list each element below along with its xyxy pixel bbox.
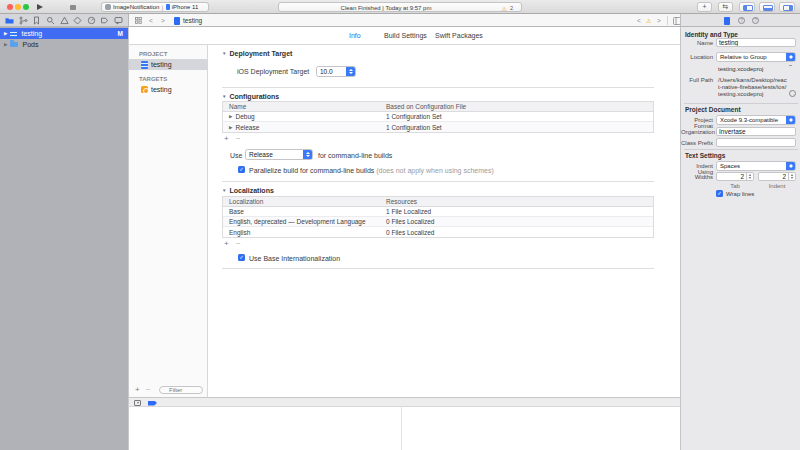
organization-field[interactable] [716, 127, 796, 136]
folder-icon [10, 42, 18, 48]
toggle-inspectors-button[interactable] [779, 2, 795, 12]
file-inspector-icon[interactable] [724, 17, 730, 25]
tab-width-stepper[interactable]: 2 [716, 172, 754, 181]
class-prefix-field[interactable] [716, 138, 796, 147]
history-inspector-icon[interactable]: ? [738, 17, 745, 24]
project-editor-header: Info Build Settings Swift Packages [128, 27, 680, 45]
previous-issue-button[interactable]: < [637, 17, 641, 24]
toggle-debug-area-button[interactable] [759, 2, 775, 12]
close-window-button[interactable] [7, 4, 13, 10]
widths-label: Widths [681, 174, 713, 180]
localizations-section-header[interactable]: ▼Localizations [222, 187, 274, 194]
quick-help-inspector-icon[interactable]: ? [752, 17, 759, 24]
project-format-popup[interactable]: Xcode 9.3-compatible [716, 115, 796, 125]
base-internationalization-checkbox[interactable]: ✓ [238, 254, 245, 261]
configurations-section-header[interactable]: ▼Configurations [222, 93, 279, 100]
remove-configuration-button[interactable]: − [236, 135, 241, 143]
minimize-window-button[interactable] [15, 4, 21, 10]
symbol-navigator-icon[interactable] [32, 16, 41, 25]
indent-using-popup[interactable]: Spaces [716, 161, 796, 171]
project-item-label: testing [151, 61, 172, 68]
stop-button[interactable] [70, 5, 76, 11]
table-row[interactable]: English, deprecated — Development Langua… [223, 217, 653, 227]
add-localization-button[interactable]: + [224, 240, 229, 248]
navigator-row-pods[interactable]: ▶ Pods [0, 39, 128, 50]
disclosure-open-icon[interactable]: ▼ [222, 188, 226, 193]
toggle-navigator-button[interactable] [739, 2, 755, 12]
disclosure-closed-icon[interactable]: ▶ [229, 125, 232, 130]
open-full-path-arrow-icon[interactable]: → [789, 90, 796, 97]
find-navigator-icon[interactable] [46, 16, 55, 25]
table-row[interactable]: ▶Release 1 Configuration Set [223, 122, 653, 132]
test-navigator-icon[interactable] [73, 16, 82, 25]
related-items-icon[interactable] [135, 17, 142, 25]
next-issue-button[interactable]: > [657, 17, 661, 24]
run-button[interactable] [37, 4, 43, 10]
scheme-selector[interactable]: ImageNotification ⟩ iPhone 11 [101, 2, 209, 12]
source-control-navigator-icon[interactable] [19, 16, 28, 25]
navigator-row-testing[interactable]: ▶ testing M [0, 28, 128, 39]
zoom-window-button[interactable] [23, 4, 29, 10]
table-row[interactable]: Base 1 File Localized [223, 207, 653, 217]
identity-section-header: Identity and Type [685, 31, 738, 38]
localizations-table: Localization Resources Base 1 File Local… [222, 196, 654, 238]
disclosure-open-icon[interactable]: ▼ [222, 94, 226, 99]
table-row[interactable]: ▶Debug 1 Configuration Set [223, 112, 653, 122]
stepper-arrows-icon[interactable] [746, 173, 753, 180]
console-divider[interactable] [401, 407, 402, 450]
code-review-button[interactable]: ⇆ [718, 2, 733, 12]
table-row[interactable]: English 0 Files Localized [223, 227, 653, 237]
forward-button[interactable]: > [161, 17, 165, 24]
sidebar-filter-input[interactable] [159, 386, 203, 394]
stepper-arrows-icon[interactable] [788, 173, 795, 180]
device-icon [166, 4, 170, 11]
report-navigator-icon[interactable] [114, 16, 123, 25]
disclosure-open-icon[interactable]: ▼ [222, 51, 226, 56]
wrap-lines-label: Wrap lines [726, 191, 754, 197]
tab-swift-packages[interactable]: Swift Packages [435, 32, 483, 39]
deployment-target-section-header[interactable]: ▼Deployment Target [222, 50, 292, 57]
source-control-status-badge: M [118, 30, 123, 37]
debug-bar [128, 397, 680, 407]
back-button[interactable]: < [149, 17, 153, 24]
location-popup[interactable]: Relative to Group [716, 52, 796, 62]
xcode-window: ImageNotification ⟩ iPhone 11 Clean Fini… [0, 0, 800, 450]
sidebar-project-item[interactable]: testing [129, 59, 209, 70]
ios-deployment-target-popup[interactable]: 10.0 [316, 66, 356, 77]
warning-icon[interactable]: ⚠ [502, 5, 507, 12]
tab-info[interactable]: Info [349, 32, 361, 39]
project-navigator-icon[interactable] [5, 16, 14, 25]
popup-arrows-icon [786, 53, 795, 61]
tab-build-settings[interactable]: Build Settings [384, 32, 427, 39]
debug-navigator-icon[interactable] [87, 16, 96, 25]
project-navigator: ▶ testing M ▶ Pods [0, 27, 128, 450]
remove-target-button[interactable]: − [146, 386, 151, 394]
issue-navigator-icon[interactable] [60, 16, 69, 25]
parallelize-checkbox[interactable]: ✓ [238, 166, 245, 173]
sidebar-target-item[interactable]: testing [129, 84, 209, 95]
add-configuration-button[interactable]: + [224, 135, 229, 143]
breadcrumb-separator: ⟩ [161, 4, 163, 11]
name-field[interactable] [716, 38, 796, 47]
project-targets-sidebar: PROJECT testing TARGETS testing + − ◎ [128, 45, 208, 397]
disclosure-icon[interactable]: ▶ [4, 31, 7, 36]
jumpbar-file-name[interactable]: testing [183, 17, 202, 24]
remove-localization-button[interactable]: − [236, 240, 241, 248]
disclosure-closed-icon[interactable]: ▶ [229, 114, 232, 119]
hide-debug-area-icon[interactable] [134, 400, 141, 406]
disclosure-icon[interactable]: ▶ [4, 42, 7, 47]
breakpoints-toggle-icon[interactable] [148, 401, 157, 406]
section-divider [222, 87, 654, 88]
command-line-config-popup[interactable]: Release [245, 149, 313, 160]
navigator-bar [0, 14, 128, 27]
warning-count-badge[interactable]: 2 [510, 5, 513, 11]
add-editor-button[interactable]: + [697, 2, 712, 12]
issue-warning-icon[interactable]: ⚠ [646, 17, 651, 24]
breakpoint-navigator-icon[interactable] [100, 16, 109, 25]
wrap-lines-checkbox[interactable]: ✓ [716, 190, 723, 197]
scheme-target-icon [105, 4, 111, 10]
indent-width-stepper[interactable]: 2 [758, 172, 796, 181]
add-target-button[interactable]: + [135, 386, 140, 394]
text-settings-section-header: Text Settings [685, 152, 725, 159]
section-divider [222, 181, 654, 182]
